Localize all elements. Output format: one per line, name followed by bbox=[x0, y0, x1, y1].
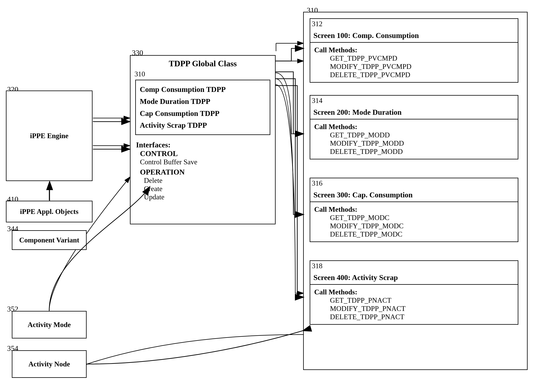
interfaces-label: Interfaces: bbox=[136, 140, 270, 149]
screen-314-header: Screen 200: Mode Duration bbox=[310, 105, 518, 119]
op-update: Update bbox=[136, 193, 270, 201]
tdpp-global-title: TDPP Global Class bbox=[169, 59, 237, 68]
control-buffer: Control Buffer Save bbox=[136, 158, 270, 166]
ippe-appl-box: iPPE Appl. Objects bbox=[6, 201, 93, 222]
tdpp-item-2: Mode Duration TDPP bbox=[140, 95, 266, 107]
screen-318-methods-label: Call Methods: bbox=[314, 288, 357, 296]
ippe-appl-label: iPPE Appl. Objects bbox=[18, 206, 81, 217]
screen-314-methods-label: Call Methods: bbox=[314, 123, 357, 131]
screen-314-method-1: GET_TDPP_MODD bbox=[314, 131, 514, 139]
activity-node-label: Activity Node bbox=[26, 358, 72, 370]
screen-318-method-1: GET_TDPP_PNACT bbox=[314, 296, 514, 304]
screen-318-box: 318 Screen 400: Activity Scrap Call Meth… bbox=[310, 260, 518, 325]
ref-312: 312 bbox=[310, 19, 518, 29]
tdpp-inner-ref: 310 bbox=[130, 70, 275, 78]
ref-314: 314 bbox=[310, 96, 518, 105]
op-create: Create bbox=[136, 185, 270, 193]
tdpp-item-1: Comp Consumption TDPP bbox=[140, 84, 266, 95]
screen-316-method-2: MODIFY_TDPP_MODC bbox=[314, 222, 514, 230]
screen-314-method-3: DELETE_TDPP_MODD bbox=[314, 147, 514, 156]
screen-318-method-3: DELETE_TDPP_PNACT bbox=[314, 313, 514, 321]
control-label: CONTROL bbox=[136, 149, 270, 158]
screen-312-method-2: MODIFY_TDPP_PVCMPD bbox=[314, 62, 514, 71]
comp-variant-label: Component Variant bbox=[17, 234, 81, 246]
screen-314-method-2: MODIFY_TDPP_MODD bbox=[314, 139, 514, 147]
screen-318-body: Call Methods: GET_TDPP_PNACT MODIFY_TDPP… bbox=[310, 285, 518, 324]
ref-318: 318 bbox=[310, 261, 518, 271]
activity-mode-label: Activity Mode bbox=[25, 319, 73, 330]
ref-316: 316 bbox=[310, 178, 518, 188]
right-panel-box: 312 Screen 100: Comp. Consumption Call M… bbox=[303, 12, 528, 370]
screen-316-methods-label: Call Methods: bbox=[314, 205, 357, 213]
ippe-engine-box: iPPE Engine bbox=[6, 90, 93, 181]
activity-node-box: Activity Node bbox=[12, 350, 87, 378]
screen-314-body: Call Methods: GET_TDPP_MODD MODIFY_TDPP_… bbox=[310, 119, 518, 159]
tdpp-item-3: Cap Consumption TDPP bbox=[140, 107, 266, 119]
screen-316-method-1: GET_TDPP_MODC bbox=[314, 213, 514, 222]
tdpp-item-4: Activity Scrap TDPP bbox=[140, 119, 266, 131]
screen-312-header: Screen 100: Comp. Consumption bbox=[310, 29, 518, 43]
screen-312-body: Call Methods: GET_TDPP_PVCMPD MODIFY_TDP… bbox=[310, 43, 518, 82]
screen-314-box: 314 Screen 200: Mode Duration Call Metho… bbox=[310, 95, 518, 159]
screen-312-box: 312 Screen 100: Comp. Consumption Call M… bbox=[310, 18, 518, 83]
screen-312-method-1: GET_TDPP_PVCMPD bbox=[314, 54, 514, 62]
activity-mode-box: Activity Mode bbox=[12, 311, 87, 338]
screen-316-box: 316 Screen 300: Cap. Consumption Call Me… bbox=[310, 178, 518, 242]
screen-316-method-3: DELETE_TDPP_MODC bbox=[314, 230, 514, 238]
screen-318-method-2: MODIFY_TDPP_PNACT bbox=[314, 304, 514, 313]
comp-variant-box: Component Variant bbox=[12, 230, 87, 250]
screen-312-methods-label: Call Methods: bbox=[314, 46, 357, 54]
op-delete: Delete bbox=[136, 176, 270, 185]
screen-318-header: Screen 400: Activity Scrap bbox=[310, 271, 518, 285]
ippe-engine-label: iPPE Engine bbox=[28, 130, 71, 141]
screen-312-method-3: DELETE_TDPP_PVCMPD bbox=[314, 71, 514, 79]
tdpp-global-box: TDPP Global Class 310 Comp Consumption T… bbox=[130, 55, 276, 224]
operation-label: OPERATION bbox=[136, 168, 270, 176]
screen-316-body: Call Methods: GET_TDPP_MODC MODIFY_TDPP_… bbox=[310, 202, 518, 241]
screen-316-header: Screen 300: Cap. Consumption bbox=[310, 188, 518, 202]
